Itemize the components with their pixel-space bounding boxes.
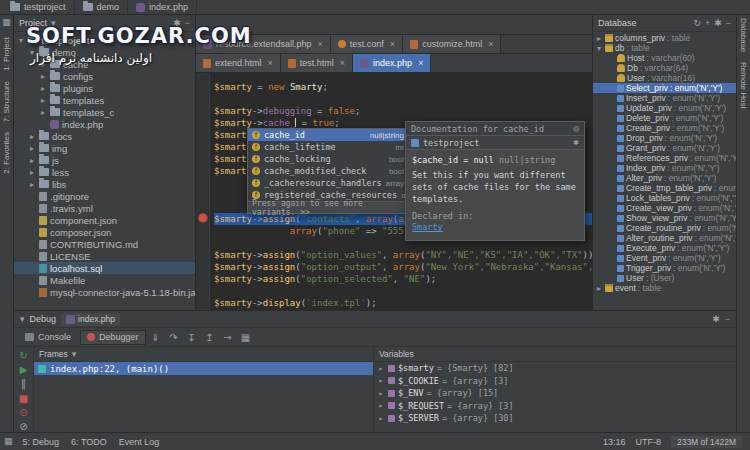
database-tree-item[interactable]: Grant_priv: enum('N','Y') [593, 143, 736, 153]
editor-tab[interactable]: test.html× [281, 54, 353, 72]
database-tree-item[interactable]: User: (User) [593, 273, 736, 283]
project-tree-item[interactable]: ▸configs [14, 70, 195, 82]
pause-icon[interactable]: ‖ [16, 378, 32, 389]
database-tree-item[interactable]: User: varchar(16) [593, 73, 736, 83]
tree-arrow-icon[interactable] [28, 240, 36, 249]
code-line[interactable]: $smarty->assign("option_output", array("… [214, 261, 592, 273]
database-tree-item[interactable]: Event_priv: enum('N','Y') [593, 253, 736, 263]
status-item[interactable]: Event Log [119, 437, 160, 447]
expand-arrow-icon[interactable]: ▸ [377, 401, 385, 410]
refresh-icon[interactable]: ↻ [693, 19, 701, 28]
breakpoint-icon[interactable] [199, 214, 207, 222]
tree-arrow-icon[interactable] [28, 216, 36, 225]
tree-arrow-icon[interactable] [607, 84, 615, 93]
rerun-icon[interactable]: ↻ [16, 350, 32, 361]
project-tree-item[interactable]: Makefile [14, 274, 195, 286]
variable-item[interactable]: ▸$_COOKIE = {array} [3] [374, 375, 736, 388]
tree-arrow-icon[interactable]: ▸ [28, 156, 36, 165]
database-tree-item[interactable]: Alter_priv: enum('N','Y') [593, 173, 736, 183]
database-tree-item[interactable]: Execute_priv: enum('N','Y') [593, 243, 736, 253]
tree-arrow-icon[interactable] [607, 234, 615, 243]
chevron-down-icon[interactable]: ▾ [72, 350, 77, 359]
tree-arrow-icon[interactable] [28, 192, 36, 201]
chevron-down-icon[interactable]: ▾ [20, 315, 25, 324]
step-out-icon[interactable]: ↥ [202, 330, 218, 345]
database-tree-item[interactable]: Host: varchar(60) [593, 53, 736, 63]
add-icon[interactable]: + [705, 19, 710, 28]
completion-item[interactable]: fcache_lifetimeint [248, 141, 408, 153]
expand-arrow-icon[interactable]: ▸ [377, 414, 385, 423]
database-tree-item[interactable]: Update_priv: enum('N','Y') [593, 103, 736, 113]
tree-arrow-icon[interactable]: ▸ [28, 168, 36, 177]
database-tree-item[interactable]: ▸event: table [593, 283, 736, 293]
tree-arrow-icon[interactable]: ▸ [595, 284, 603, 293]
editor-gutter[interactable] [196, 73, 210, 310]
tree-arrow-icon[interactable] [28, 264, 36, 273]
step-over-icon[interactable]: ↷ [166, 330, 182, 345]
project-tree-item[interactable]: ▸docs [14, 130, 195, 142]
project-tree-item[interactable]: ▸templates [14, 94, 195, 106]
memory-indicator[interactable]: 233M of 1422M [671, 436, 742, 448]
tree-arrow-icon[interactable] [607, 184, 615, 193]
project-tree-item[interactable]: localhost.sql [14, 262, 195, 274]
expand-arrow-icon[interactable]: ▸ [377, 389, 385, 398]
tree-arrow-icon[interactable]: ▾ [17, 36, 25, 45]
project-tree-item[interactable]: CONTRIBUTING.md [14, 238, 195, 250]
doc-declared-link[interactable]: Smarty [412, 222, 443, 232]
encoding-indicator[interactable]: UTF-8 [635, 437, 661, 447]
close-tab-icon[interactable]: × [488, 39, 493, 49]
status-item[interactable]: 5: Debug [23, 437, 60, 447]
editor-tab[interactable]: extend.html× [196, 54, 281, 72]
completion-item[interactable]: fcache_modified_checkbool [248, 165, 408, 177]
tree-arrow-icon[interactable]: ▾ [595, 44, 603, 53]
frame-item[interactable]: index.php:22, (main)() [34, 362, 373, 375]
tree-arrow-icon[interactable]: ▸ [595, 34, 603, 43]
database-tree-item[interactable]: Select_priv: enum('N','Y') [593, 83, 736, 93]
project-tree-item[interactable]: ▸less [14, 166, 195, 178]
database-tree-item[interactable]: Trigger_priv: enum('N','Y') [593, 263, 736, 273]
tree-arrow-icon[interactable] [607, 174, 615, 183]
tree-arrow-icon[interactable] [28, 276, 36, 285]
hide-panel-icon[interactable]: − [725, 315, 730, 324]
project-tree-item[interactable]: ▸img [14, 142, 195, 154]
database-tree-item[interactable]: References_priv: enum('N','Y') [593, 153, 736, 163]
expand-arrow-icon[interactable]: ▸ [377, 376, 385, 385]
database-tree-item[interactable]: ▸columns_priv: table [593, 33, 736, 43]
database-tree-item[interactable]: ▾db: table [593, 43, 736, 53]
tree-arrow-icon[interactable] [607, 194, 615, 203]
project-tree-item[interactable]: component.json [14, 214, 195, 226]
step-into-icon[interactable]: ↧ [184, 330, 200, 345]
completion-item[interactable]: fcache_lockingbool [248, 153, 408, 165]
tree-arrow-icon[interactable] [607, 114, 615, 123]
tree-arrow-icon[interactable] [28, 252, 36, 261]
project-tree-item[interactable]: index.php [14, 118, 195, 130]
tree-arrow-icon[interactable]: ▸ [28, 144, 36, 153]
database-tree-item[interactable]: Create_priv: enum('N','Y') [593, 123, 736, 133]
tool-window-button[interactable]: Remote Host [739, 62, 748, 109]
tree-arrow-icon[interactable] [607, 204, 615, 213]
variable-item[interactable]: ▸$smarty = {Smarty} [82] [374, 362, 736, 375]
tree-arrow-icon[interactable] [607, 244, 615, 253]
variable-item[interactable]: ▸$_SERVER = {array} [30] [374, 412, 736, 425]
tree-arrow-icon[interactable] [607, 144, 615, 153]
database-tree-item[interactable]: Create_tmp_table_priv: enum('N','Y') [593, 183, 736, 193]
completion-item[interactable]: fcache_idnull|string [248, 129, 408, 141]
close-tab-icon[interactable]: × [418, 58, 423, 68]
settings-icon[interactable]: ✱ [714, 19, 722, 28]
tree-arrow-icon[interactable] [39, 120, 47, 129]
database-tree-item[interactable]: Insert_priv: enum('N','Y') [593, 93, 736, 103]
tree-arrow-icon[interactable] [607, 264, 615, 273]
status-item[interactable]: 6: TODO [71, 437, 107, 447]
tree-arrow-icon[interactable]: ▸ [39, 108, 47, 117]
tree-arrow-icon[interactable]: ▸ [39, 96, 47, 105]
code-line[interactable]: $smarty = new Smarty; [214, 81, 592, 93]
database-tree-item[interactable]: Index_priv: enum('N','Y') [593, 163, 736, 173]
settings-icon[interactable]: ✱ [712, 315, 720, 324]
database-tree-item[interactable]: Drop_priv: enum('N','Y') [593, 133, 736, 143]
code-line[interactable] [214, 285, 592, 297]
editor-tab[interactable]: customize.html× [403, 35, 501, 53]
tree-arrow-icon[interactable]: ▸ [39, 84, 47, 93]
database-tree-item[interactable]: Alter_routine_priv: enum('N','Y') [593, 233, 736, 243]
close-tab-icon[interactable]: × [268, 58, 273, 68]
editor-tab[interactable]: test.conf× [331, 35, 403, 53]
